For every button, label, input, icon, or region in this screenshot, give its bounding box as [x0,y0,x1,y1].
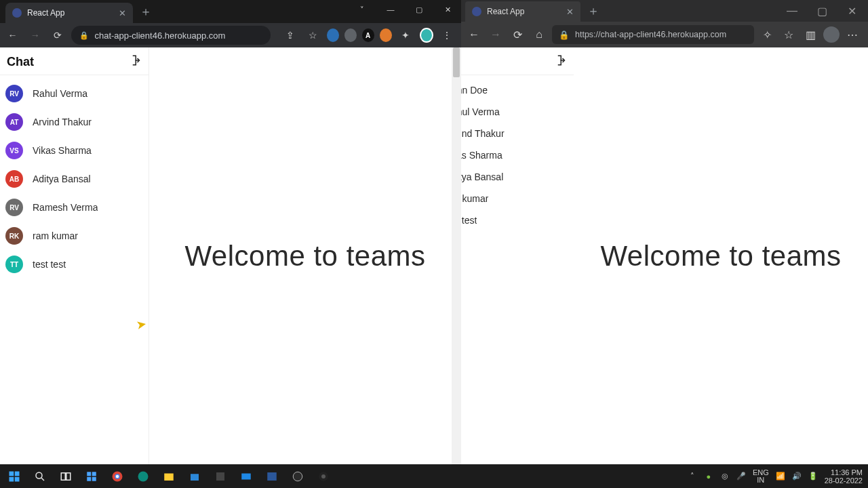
svg-rect-5 [61,472,65,480]
contact-list: RVRahul VermaATArvind ThakurVSVikas Shar… [0,75,149,283]
new-tab-button[interactable]: ＋ [140,5,152,18]
bookmark-star-icon[interactable]: ☆ [304,26,321,45]
language-indicator[interactable]: ENG IN [753,469,769,484]
contact-item[interactable]: rvind Thakur [461,123,574,144]
avatar: VS [5,142,23,159]
share-icon[interactable]: ⇪ [281,26,298,45]
forward-button[interactable]: → [487,26,505,43]
maximize-button[interactable]: ▢ [410,3,429,16]
search-button[interactable] [31,468,49,485]
minimize-button[interactable]: — [777,1,807,20]
extension-icon[interactable] [380,28,392,42]
new-tab-button[interactable]: ＋ [587,5,599,17]
tray-mic-icon[interactable]: 🎤 [736,472,746,481]
task-view-button[interactable] [57,468,75,485]
svg-point-13 [116,474,119,478]
extension-icon[interactable]: A [362,28,374,42]
close-tab-button[interactable]: ✕ [119,8,126,18]
avatar: AT [5,113,23,131]
contact-item[interactable]: ATArvind Thakur [0,108,149,136]
address-bar[interactable]: 🔒 https://chat-app-client46.herokuapp.co… [552,25,754,44]
tray-chevron-icon[interactable]: ˄ [688,472,697,481]
chat-sidebar: Chat RVRahul VermaATArvind ThakurVSVikas… [0,47,149,464]
address-bar[interactable]: 🔒 chat-app-client46.herokuapp.com [71,26,271,45]
chrome-taskbar-icon[interactable] [108,468,126,485]
contact-name: ahul Verma [461,106,500,117]
tray-obs-icon[interactable]: ◎ [720,472,730,481]
extension-icon[interactable] [344,28,357,42]
contact-item[interactable]: TTtest test [0,250,149,279]
word-icon[interactable] [263,468,281,485]
edge-taskbar-icon[interactable] [134,468,152,485]
avatar: RK [5,227,23,245]
close-window-button[interactable]: ✕ [438,3,457,16]
edge-tabstrip: — ▢ ✕ React App ✕ ＋ [461,0,868,22]
forward-button[interactable]: → [26,26,43,45]
scrollbar-track[interactable] [452,47,461,464]
contact-item[interactable]: VSVikas Sharma [0,136,149,165]
home-button[interactable]: ⌂ [530,26,548,43]
profile-avatar[interactable] [823,26,840,43]
obs-icon[interactable] [315,468,332,485]
battery-icon[interactable]: 🔋 [808,472,818,481]
extensions-puzzle-icon[interactable]: ✦ [397,26,414,45]
svg-point-20 [293,472,302,481]
wifi-icon[interactable]: 📶 [776,472,785,481]
favorites-icon[interactable]: ☆ [780,26,797,43]
window-controls: ˅ — ▢ ✕ [353,3,457,16]
svg-rect-17 [216,472,224,481]
chrome-menu-button[interactable]: ⋮ [439,26,456,45]
browser-tab[interactable]: React App ✕ [465,1,580,22]
window-controls: — ▢ ✕ [777,1,867,20]
profile-avatar[interactable] [420,28,433,43]
extension-icon[interactable] [327,28,339,42]
contact-item[interactable]: ahul Verma [461,101,574,123]
sidebar-title: Chat [7,55,34,69]
maximize-button[interactable]: ▢ [807,1,837,20]
contact-item[interactable]: kas Sharma [461,144,574,166]
contact-name: test test [33,259,66,270]
tab-title: React App [27,8,113,18]
dropdown-icon[interactable]: ˅ [353,3,372,16]
store-icon[interactable] [186,468,203,485]
logout-button[interactable] [553,54,566,69]
volume-icon[interactable]: 🔊 [792,472,802,481]
svg-rect-6 [66,472,71,480]
contact-item[interactable]: RKram kumar [0,222,149,250]
browser-tab[interactable]: React App ✕ [5,3,133,23]
url-text: chat-app-client46.herokuapp.com [94,30,225,41]
react-favicon-icon [472,7,481,16]
contact-item[interactable]: ohn Doe [461,79,574,101]
edge-menu-button[interactable]: ⋯ [844,26,861,43]
app-icon[interactable] [212,468,229,485]
reload-button[interactable]: ⟳ [49,26,66,45]
logout-button[interactable] [128,54,140,69]
contact-item[interactable]: m kumar [461,188,574,209]
mail-icon[interactable] [237,468,255,485]
minimize-button[interactable]: — [381,3,400,16]
close-tab-button[interactable]: ✕ [566,7,574,17]
welcome-heading: Welcome to teams [600,240,841,272]
tracking-icon[interactable]: ✧ [758,26,776,43]
widgets-button[interactable] [83,468,100,485]
contact-item[interactable]: ABAditya Bansal [0,165,149,193]
file-explorer-icon[interactable] [160,468,178,485]
tray-status-icon[interactable]: ● [704,472,713,481]
contact-item[interactable]: st test [461,209,574,231]
contact-item[interactable]: ditya Bansal [461,166,574,188]
back-button[interactable]: ← [4,26,21,45]
back-button[interactable]: ← [465,26,483,43]
avatar: TT [5,256,23,273]
sidebar-header: Chat [0,47,149,75]
svg-rect-8 [92,472,96,476]
close-window-button[interactable]: ✕ [837,1,867,20]
scrollbar-thumb[interactable] [453,47,460,77]
contact-item[interactable]: RVRamesh Verma [0,193,149,222]
lock-icon: 🔒 [559,30,570,40]
app-icon[interactable] [289,468,307,485]
collections-icon[interactable]: ▥ [802,26,819,43]
reload-button[interactable]: ⟳ [509,26,526,43]
clock[interactable]: 11:36 PM 28-02-2022 [825,468,863,485]
start-button[interactable] [5,468,23,485]
contact-item[interactable]: RVRahul Verma [0,79,149,108]
